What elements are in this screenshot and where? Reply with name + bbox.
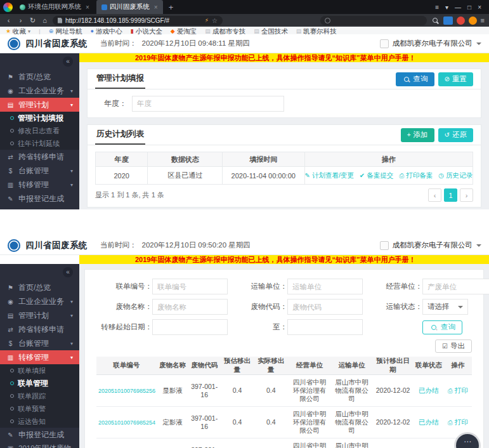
doc-icon: ▤ [254, 29, 259, 34]
row-actions: ✎计划查看/变更 ✔备案提交 ⎙打印备案 ◷历史记录 [305, 171, 473, 180]
manifest-no-link[interactable]: 202051010076985254 [98, 419, 155, 426]
start-date-input[interactable] [152, 319, 228, 335]
sidebar-subitem-arrival-notify[interactable]: 运达告知 [0, 415, 79, 428]
home-icon: ⚑ [6, 74, 15, 81]
history-log-link[interactable]: ◷历史记录 [438, 171, 473, 180]
cell-transport-unit: 眉山市中明物流有限公司 [331, 375, 372, 407]
sidebar-subitem-log[interactable]: 修改日志查看 [0, 124, 79, 137]
transfer-icon: ⇄ [6, 326, 15, 333]
print-record-link[interactable]: ⎙打印备案 [399, 171, 433, 180]
lightning-icon[interactable]: ⚡ [205, 17, 209, 23]
sidebar-item-transfer-active[interactable]: ▥ 转移管理 ▾ [0, 350, 79, 364]
sidebar-item-ledger[interactable]: $ 台账管理 ▾ [0, 164, 79, 178]
sidebar-item-plan-active[interactable]: ▤ 管理计划 ▾ [0, 98, 79, 112]
waste-code-label: 废物代码： [231, 302, 287, 312]
export-button[interactable]: ☑ 导出 [435, 339, 472, 353]
close-window-icon[interactable]: × [478, 4, 481, 11]
page-1-button[interactable]: 1 [444, 188, 457, 202]
print-link[interactable]: ⎙打印 [448, 386, 468, 395]
sidebar-collapse-button[interactable]: « [63, 56, 73, 67]
back-icon[interactable]: ‹ [4, 16, 13, 24]
table-row: 202051010076985254 定影液 397-001-16 0.4 0.… [96, 407, 472, 438]
reset-button[interactable]: ⊘ 重置 [438, 72, 473, 86]
search-button[interactable]: 查询 [396, 72, 434, 86]
new-tab-button[interactable]: + [165, 3, 178, 12]
transport-status-select[interactable]: 请选择 [422, 299, 468, 315]
url-input[interactable]: http://182.148.109.185:9999/SCGF/# ⚡ ☆ [53, 16, 223, 25]
panel-title: 历史计划列表 [95, 125, 145, 145]
waste-code-input[interactable] [287, 299, 363, 315]
sidebar-item-industry[interactable]: ◉ 工业企业业务 ▾ [0, 294, 79, 308]
prev-page-button[interactable]: ‹ [428, 188, 441, 202]
add-button[interactable]: + 添加 [401, 128, 434, 142]
search-icon[interactable] [433, 18, 438, 23]
item-label: 2019年固体废物产生申报 [18, 444, 73, 448]
refresh-icon[interactable]: ↻ [29, 16, 37, 25]
notice-text: 2019年固体废物产生源年报申报功能已上线，具体操作指导请见“知识库”菜单中用户… [135, 256, 415, 263]
sidebar-item-declare[interactable]: ✎ 申报登记生成 [0, 192, 79, 206]
forward-icon[interactable]: › [16, 16, 25, 24]
browser-logo-icon[interactable] [3, 3, 13, 12]
minimize-icon[interactable]: — [455, 4, 461, 11]
manifest-no-link[interactable]: 202051010076985256 [98, 388, 155, 394]
sidebar-item-industry[interactable]: ◉ 工业企业业务 ▾ [0, 84, 79, 98]
transport-unit-input[interactable] [287, 279, 363, 294]
apps-icon[interactable] [443, 16, 453, 25]
more-menu-icon[interactable]: ≡ [481, 16, 485, 25]
sidebar-subitem-manifest-alert[interactable]: 联单预警 [0, 402, 79, 415]
download-icon[interactable] [457, 16, 465, 25]
tab1-close-icon[interactable]: × [86, 4, 89, 11]
manifest-no-input[interactable] [152, 279, 228, 294]
submit-record-link[interactable]: ✔备案提交 [360, 171, 393, 180]
sidebar-item-cross[interactable]: ⇄ 跨省转移申请 [0, 150, 79, 164]
manifest-panel: 联单编号： 运输单位： 经营单位： 废物名称： 废物代码： [84, 269, 484, 448]
sidebar-item-home[interactable]: ⚑ 首页/总览 [0, 70, 79, 84]
user-menu[interactable]: 成都凯赛尔电子有限公司 [380, 39, 482, 48]
printer-icon: ⎙ [448, 388, 453, 394]
search-button[interactable]: 查询 [422, 320, 462, 334]
tab2-close-icon[interactable]: × [154, 4, 158, 11]
sidebar-item-report-2019[interactable]: ▣ 2019年固体废物产生申报 [0, 442, 79, 448]
view-change-link[interactable]: ✎计划查看/变更 [305, 171, 354, 180]
browser-tab-2-active[interactable]: 四川固废系统 × [96, 0, 163, 14]
year-input[interactable] [132, 96, 284, 112]
transport-status-label: 运输状态： [367, 302, 422, 312]
print-link[interactable]: ⎙打印 [448, 418, 468, 426]
pencil-icon: ✎ [6, 195, 15, 202]
skin-dropdown-icon[interactable]: ▾ [445, 4, 448, 11]
item-label: 管理计划 [18, 100, 49, 110]
user-menu[interactable]: 成都凯赛尔电子有限公司 [380, 240, 482, 250]
points-icon[interactable] [469, 16, 477, 25]
maximize-icon[interactable]: □ [467, 4, 471, 11]
home-nav-icon[interactable]: ⌂ [41, 16, 49, 24]
sidebar-item-home[interactable]: ⚑ 首页/总览 [0, 280, 79, 294]
end-date-input[interactable] [287, 319, 363, 335]
browser-menu-icon[interactable]: ≡ [435, 4, 439, 11]
browser-search-input[interactable] [320, 16, 427, 25]
browser-tab-1[interactable]: 环境信用联网系统 × [15, 0, 95, 14]
sidebar-item-declare[interactable]: ✎ 申报登记生成 [0, 428, 79, 442]
caret-icon: ▾ [70, 182, 73, 188]
sidebar-item-plan[interactable]: ▤ 管理计划 ▾ [0, 308, 79, 322]
item-label: 首页/总览 [18, 72, 51, 82]
sidebar-item-ledger[interactable]: $ 台账管理 ▾ [0, 336, 79, 350]
sidebar-subitem-manifest-fill[interactable]: 联单填报 [0, 364, 79, 377]
app-logo [8, 37, 20, 50]
cell-actual-qty: 0.4 [254, 375, 288, 407]
cell-date: 2020-12-02 [372, 438, 414, 448]
sidebar-subitem-plan-fill-active[interactable]: 管理计划填报 [0, 112, 79, 124]
button-label: 重置 [452, 74, 467, 84]
restore-button[interactable]: ↺ 还原 [438, 128, 473, 142]
sidebar-item-transfer[interactable]: ▥ 转移管理 ▾ [0, 178, 79, 192]
waste-name-input[interactable] [152, 299, 228, 315]
sidebar-subitem-manifest-track[interactable]: 联单跟踪 [0, 390, 79, 402]
bookmark-star-icon[interactable]: ☆ [212, 17, 218, 24]
tab2-title: 四川固废系统 [110, 3, 150, 11]
sidebar-item-cross[interactable]: ⇄ 跨省转移申请 [0, 322, 79, 336]
sidebar-collapse-button[interactable]: « [63, 267, 73, 277]
sidebar-subitem-manifest-manage-active[interactable]: 联单管理 [0, 377, 79, 390]
operate-unit-input[interactable] [422, 279, 489, 294]
link-label: 打印备案 [406, 171, 433, 180]
next-page-button[interactable]: › [460, 188, 473, 202]
sidebar-subitem-prev-year[interactable]: 往年计划延续 [0, 137, 79, 150]
